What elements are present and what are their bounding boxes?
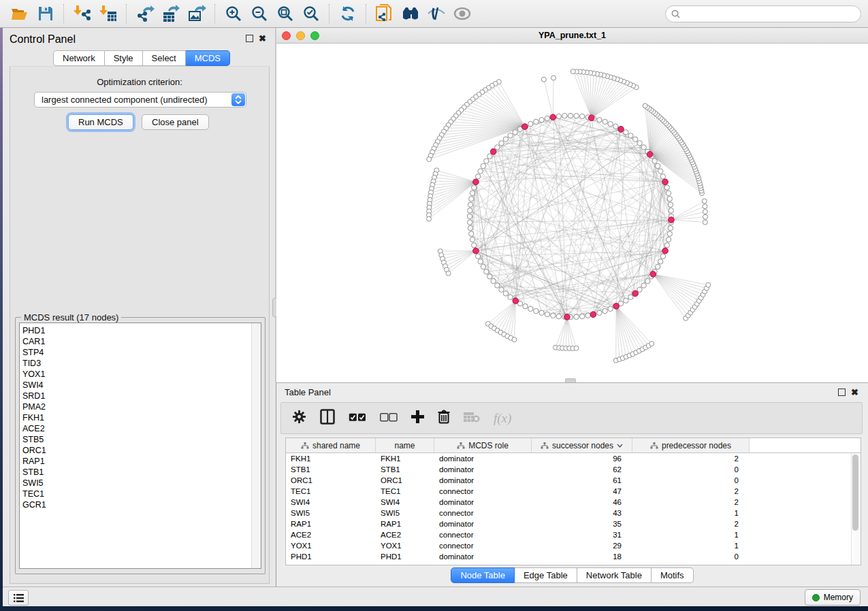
graph-node[interactable] [641, 283, 646, 288]
graph-node[interactable] [669, 208, 673, 213]
graph-node[interactable] [556, 314, 561, 318]
table-row[interactable]: ORC1ORC1dominator610 [286, 475, 861, 486]
graph-node[interactable] [574, 114, 579, 118]
graph-node[interactable] [470, 237, 475, 242]
function-builder-icon-disabled[interactable]: f(x) [494, 411, 511, 426]
graph-node[interactable] [637, 141, 642, 146]
graph-node[interactable] [703, 204, 707, 209]
graph-node[interactable] [624, 298, 628, 303]
graph-node[interactable] [588, 115, 594, 121]
import-network-icon[interactable] [69, 2, 95, 25]
table-row[interactable]: YOX1YOX1connector291 [286, 540, 861, 551]
table-row[interactable]: ACE2ACE2connector311 [286, 529, 861, 540]
graph-node[interactable] [628, 295, 633, 299]
mcds-result-item[interactable]: RAP1 [22, 456, 261, 467]
export-image-icon[interactable] [184, 2, 210, 25]
graph-node[interactable] [637, 287, 642, 292]
graph-node[interactable] [528, 121, 533, 126]
mcds-result-item[interactable]: YOX1 [22, 369, 261, 380]
graph-node[interactable] [643, 103, 647, 108]
graph-node[interactable] [468, 208, 472, 213]
mcds-result-item[interactable]: TID3 [22, 358, 261, 369]
graph-node[interactable] [512, 337, 517, 342]
tab-network-table[interactable]: Network Table [577, 567, 652, 583]
graph-node[interactable] [534, 119, 539, 124]
graph-node[interactable] [666, 191, 671, 195]
search-input[interactable] [684, 8, 855, 19]
graph-node[interactable] [446, 271, 451, 276]
mcds-result-list[interactable]: PHD1CAR1STP4TID3YOX1SWI4SRD1PMA2FKH1ACE2… [19, 323, 261, 569]
graph-node[interactable] [703, 220, 707, 225]
graph-node[interactable] [481, 264, 485, 269]
criterion-select[interactable]: largest connected component (undirected) [34, 92, 246, 108]
graph-node[interactable] [467, 214, 472, 218]
tab-mcds[interactable]: MCDS [186, 50, 230, 66]
graph-node[interactable] [658, 169, 663, 174]
graph-node[interactable] [490, 149, 496, 155]
export-table-icon[interactable] [158, 2, 184, 25]
graph-node[interactable] [662, 179, 669, 185]
table-row[interactable]: SWI4SWI4dominator462 [286, 497, 861, 508]
graph-node[interactable] [513, 130, 517, 135]
graph-node[interactable] [667, 197, 672, 201]
panel-menu-button[interactable] [8, 590, 29, 606]
graph-node[interactable] [541, 77, 546, 82]
graph-node[interactable] [649, 342, 654, 346]
zoom-fit-icon[interactable] [272, 2, 298, 25]
mcds-result-item[interactable]: SRD1 [22, 391, 261, 401]
graph-node[interactable] [551, 313, 556, 318]
run-mcds-button[interactable]: Run MCDS [68, 114, 133, 130]
graph-node[interactable] [499, 141, 504, 146]
graph-node[interactable] [632, 291, 639, 297]
graph-node[interactable] [660, 174, 665, 179]
mcds-result-item[interactable]: STB1 [22, 467, 261, 478]
refresh-view-icon[interactable] [335, 2, 361, 25]
graph-node[interactable] [668, 225, 673, 230]
graph-node[interactable] [655, 264, 660, 269]
mcds-result-item[interactable]: SWI5 [22, 478, 261, 489]
open-file-icon[interactable] [7, 2, 33, 25]
graph-node[interactable] [590, 312, 596, 318]
graph-node[interactable] [495, 283, 500, 288]
graph-node[interactable] [427, 216, 432, 221]
graph-node[interactable] [491, 278, 496, 283]
graph-node[interactable] [669, 217, 675, 223]
column-header-name[interactable]: name [376, 438, 434, 452]
graph-node[interactable] [666, 237, 671, 242]
graph-node[interactable] [522, 124, 528, 130]
graph-node[interactable] [650, 271, 656, 278]
graph-node[interactable] [628, 133, 633, 138]
graph-node[interactable] [484, 159, 489, 163]
graph-node[interactable] [551, 76, 556, 80]
close-panel-icon[interactable]: ✖ [259, 35, 266, 42]
graph-node[interactable] [655, 163, 660, 168]
table-row[interactable]: PHD1PHD1dominator180 [286, 551, 861, 562]
graph-node[interactable] [545, 312, 549, 316]
graph-node[interactable] [579, 314, 584, 318]
graph-node[interactable] [608, 306, 613, 311]
graph-node[interactable] [597, 310, 602, 315]
mcds-result-item[interactable]: SWI4 [22, 380, 261, 391]
graph-node[interactable] [564, 314, 570, 320]
search-binoculars-icon[interactable] [398, 2, 423, 25]
mcds-result-item[interactable]: PMA2 [22, 401, 261, 412]
graph-node[interactable] [470, 191, 475, 195]
graph-node[interactable] [613, 124, 618, 129]
import-table-icon[interactable] [95, 2, 121, 25]
table-row[interactable]: FKH1FKH1dominator962 [286, 453, 861, 464]
graph-node[interactable] [475, 174, 480, 179]
graph-node[interactable] [499, 287, 504, 292]
graph-node[interactable] [613, 303, 620, 310]
graph-node[interactable] [585, 313, 590, 318]
graph-node[interactable] [473, 248, 479, 254]
graph-node[interactable] [570, 69, 575, 74]
column-header-predecessor-nodes[interactable]: predecessor nodes [632, 438, 750, 452]
graph-node[interactable] [478, 259, 483, 264]
tab-node-table[interactable]: Node Table [451, 567, 515, 583]
float-panel-icon[interactable] [246, 35, 253, 42]
mcds-result-item[interactable]: CAR1 [22, 336, 261, 347]
graph-node[interactable] [706, 282, 711, 287]
graph-node[interactable] [662, 248, 669, 254]
mcds-result-item[interactable]: ACE2 [22, 423, 261, 434]
delete-table-icon-disabled[interactable] [464, 412, 480, 425]
